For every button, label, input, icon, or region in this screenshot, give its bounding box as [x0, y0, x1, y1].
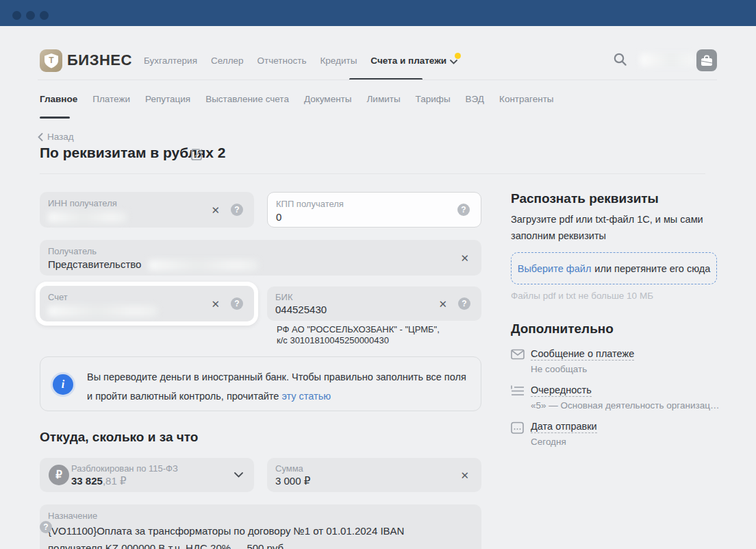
priority-value: «5» — Основная деятельность организации … — [531, 400, 721, 411]
header-divider — [38, 80, 717, 80]
balance-main: 33 825 — [71, 475, 103, 487]
account-name-blurred — [640, 53, 695, 66]
message-value: Не сообщать — [531, 364, 721, 374]
notification-badge — [455, 53, 461, 59]
nav-item-credits[interactable]: Кредиты — [320, 56, 357, 66]
edit-icon[interactable] — [190, 147, 204, 162]
account-field-highlight: Счет ✕ ? — [36, 282, 258, 326]
amount-field[interactable]: Сумма 3 000 ₽ ✕ — [267, 458, 481, 492]
window-zoom-button[interactable] — [40, 11, 49, 20]
app-window: Т БИЗНЕС Бухгалтерия Селлер Отчетность К… — [0, 0, 756, 549]
subnav-item-documents[interactable]: Документы — [304, 94, 352, 104]
account-label: Счет — [48, 292, 68, 302]
subnav-item-limits[interactable]: Лимиты — [366, 94, 400, 104]
help-icon[interactable]: ? — [231, 297, 243, 310]
brand-logo[interactable]: Т — [40, 49, 62, 72]
nav-item-reports[interactable]: Отчетность — [257, 56, 307, 66]
window-close-button[interactable] — [12, 11, 21, 20]
calendar-icon — [511, 422, 525, 435]
nav-item-label: Счета и платежи — [370, 56, 446, 66]
purpose-label: Назначение — [48, 511, 97, 521]
subnav-item-ved[interactable]: ВЭД — [466, 94, 484, 104]
additional-item-send-date: Дата отправки Сегодня — [511, 420, 723, 447]
back-link[interactable]: Назад — [38, 132, 74, 142]
additional-item-priority: Очередность «5» — Основная деятельность … — [511, 384, 723, 411]
choose-file-link[interactable]: Выберите файл — [518, 263, 592, 274]
section-divider — [40, 173, 705, 174]
subnav-item-tariffs[interactable]: Тарифы — [416, 94, 451, 104]
kpp-label: КПП получателя — [276, 199, 344, 209]
source-account-label: Разблокирован по 115-ФЗ — [71, 463, 178, 474]
chevron-down-icon — [234, 472, 243, 478]
additional-title: Дополнительно — [511, 321, 614, 337]
subnav-item-reputation[interactable]: Репутация — [145, 94, 190, 104]
chevron-left-icon — [38, 133, 43, 141]
search-icon[interactable] — [613, 52, 629, 69]
clear-icon[interactable]: ✕ — [460, 253, 469, 263]
recipient-value: Представительство — [48, 258, 141, 270]
clear-icon[interactable]: ✕ — [460, 470, 469, 480]
chevron-down-icon — [450, 57, 459, 65]
account-value-blurred — [48, 306, 158, 317]
main-nav: Бухгалтерия Селлер Отчетность Кредиты Сч… — [144, 56, 459, 66]
balance-fraction: ,81 ₽ — [103, 475, 127, 487]
svg-text:Т: Т — [49, 55, 54, 64]
active-subtab-underline — [40, 117, 70, 119]
bik-field[interactable]: БИК 044525430 ✕ ? — [267, 286, 481, 321]
clear-icon[interactable]: ✕ — [438, 299, 447, 309]
drop-hint: или перетяните его сюда — [594, 263, 710, 274]
help-icon[interactable]: ? — [231, 204, 243, 216]
kpp-field[interactable]: КПП получателя 0 ? — [267, 192, 481, 228]
file-dropzone[interactable]: Выберите файл или перетяните его сюда — [511, 252, 717, 284]
help-icon[interactable]: ? — [458, 297, 470, 310]
envelope-icon — [511, 349, 525, 363]
subnav: Главное Платежи Репутация Выставление сч… — [40, 94, 554, 104]
window-titlebar — [0, 0, 756, 26]
recognize-description: Загрузите pdf или txt-файл 1С, и мы сами… — [511, 211, 724, 244]
priority-link[interactable]: Очередность — [531, 385, 592, 397]
notice-line-1: Вы переводите деньги в иностранный банк.… — [87, 367, 466, 387]
article-link[interactable]: эту статью — [281, 391, 331, 402]
info-icon: i — [53, 374, 73, 395]
subnav-item-payments[interactable]: Платежи — [92, 94, 130, 104]
help-icon[interactable]: ? — [40, 521, 52, 533]
additional-item-message: Сообщение о платеже Не сообщать — [511, 347, 723, 374]
subnav-item-counterparties[interactable]: Контрагенты — [499, 94, 554, 104]
nav-item-accounts-payments[interactable]: Счета и платежи — [370, 56, 459, 66]
subnav-item-invoicing[interactable]: Выставление счета — [205, 94, 289, 104]
purpose-field[interactable]: Назначение {VO11100}Оплата за трансформа… — [40, 504, 481, 549]
help-icon[interactable]: ? — [457, 204, 470, 216]
clear-icon[interactable]: ✕ — [211, 205, 220, 215]
message-link[interactable]: Сообщение о платеже — [531, 348, 634, 361]
bank-corr-account: к/с 30101810045250000430 — [277, 335, 440, 346]
queue-icon — [511, 385, 525, 399]
profile-avatar[interactable] — [696, 49, 717, 71]
section-title-source: Откуда, сколько и за что — [40, 430, 198, 445]
clear-icon[interactable]: ✕ — [211, 299, 220, 309]
purpose-value: {VO11100}Оплата за трансформаторы по дог… — [48, 522, 435, 549]
bik-label: БИК — [275, 292, 292, 302]
back-label: Назад — [47, 132, 74, 142]
account-field[interactable]: Счет ✕ ? — [40, 286, 254, 321]
bank-name: РФ АО "РОССЕЛЬХОЗБАНК" - "ЦРМБ", — [277, 324, 440, 335]
briefcase-icon — [701, 55, 713, 66]
recipient-value-blurred — [149, 260, 258, 271]
notice-line-2: и пройти валютный контроль, прочитайте — [87, 391, 279, 402]
window-minimize-button[interactable] — [26, 11, 35, 20]
source-account-selector[interactable]: ₽ Разблокирован по 115-ФЗ 33 825,81 ₽ — [40, 458, 254, 492]
inn-value-blurred — [48, 212, 127, 223]
file-limit-note: Файлы pdf и txt не больше 10 МБ — [511, 291, 653, 301]
subnav-item-main[interactable]: Главное — [40, 94, 77, 104]
nav-item-accounting[interactable]: Бухгалтерия — [144, 56, 197, 66]
send-date-link[interactable]: Дата отправки — [531, 421, 597, 433]
bik-value: 044525430 — [275, 304, 327, 315]
send-date-value: Сегодня — [531, 437, 721, 447]
inn-field[interactable]: ИНН получателя ✕ ? — [40, 192, 254, 228]
ruble-icon: ₽ — [49, 465, 69, 485]
brand-title: БИЗНЕС — [67, 51, 132, 69]
recipient-label: Получатель — [48, 246, 97, 256]
recognize-title: Распознать реквизиты — [511, 191, 659, 206]
recipient-field[interactable]: Получатель Представительство ✕ — [40, 240, 481, 276]
kpp-value: 0 — [276, 211, 281, 223]
nav-item-seller[interactable]: Селлер — [211, 56, 244, 66]
